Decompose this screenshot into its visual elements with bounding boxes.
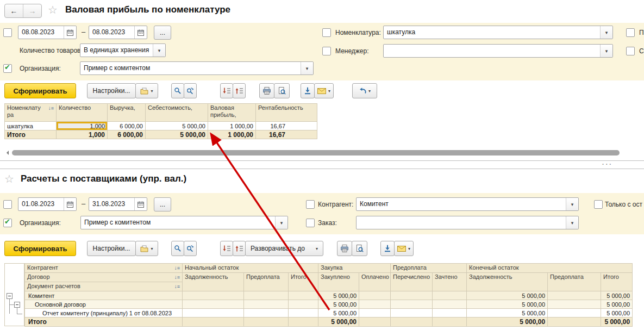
- column-header-quantity[interactable]: Количество: [57, 104, 108, 122]
- preview-button[interactable]: [274, 83, 290, 98]
- dropdown-arrow-icon[interactable]: [301, 62, 313, 74]
- period-to-field[interactable]: 08.08.2023: [89, 26, 147, 39]
- period-checkbox[interactable]: [3, 200, 12, 209]
- group-header-purchase[interactable]: Закупка: [318, 264, 391, 273]
- cell-nomenclature[interactable]: шкатулка: [5, 122, 57, 130]
- column-header-debt-end[interactable]: Задолженность: [467, 273, 548, 291]
- cell-purchased[interactable]: 5 000,00: [318, 300, 359, 309]
- forward-button[interactable]: →: [23, 4, 41, 17]
- empty-cell[interactable]: [359, 318, 391, 327]
- column-header-prepayment-end[interactable]: Предоплата: [548, 273, 601, 291]
- cell-total-gross-profit[interactable]: 1 000,00: [208, 130, 256, 139]
- cell-profitability[interactable]: 16,67: [256, 122, 317, 130]
- organization-checkbox[interactable]: [3, 64, 12, 73]
- save-button[interactable]: [301, 83, 315, 98]
- organization-checkbox[interactable]: [3, 219, 12, 227]
- empty-cell[interactable]: [183, 318, 244, 327]
- empty-cell[interactable]: [391, 300, 433, 309]
- generate-report-button[interactable]: Сформировать: [4, 241, 76, 256]
- settings-button[interactable]: Настройки...: [87, 241, 136, 256]
- cell-name[interactable]: Комитент: [25, 291, 183, 300]
- empty-cell[interactable]: [244, 309, 289, 318]
- calendar-icon[interactable]: [64, 198, 76, 210]
- sort-descending-icon[interactable]: ↓≡: [174, 283, 180, 290]
- clipped-checkbox-1[interactable]: [626, 28, 635, 37]
- cell-end-debt[interactable]: 5 000,00: [467, 309, 548, 318]
- calendar-icon[interactable]: [64, 26, 76, 39]
- settings-button[interactable]: Настройки...: [87, 83, 136, 98]
- dropdown-arrow-icon[interactable]: [566, 216, 578, 229]
- report-variants-button[interactable]: ▾: [135, 241, 158, 256]
- cell-total-label[interactable]: Итого: [25, 318, 183, 327]
- cell-total-purchased[interactable]: 5 000,00: [318, 318, 359, 327]
- empty-cell[interactable]: [359, 291, 391, 300]
- cell-revenue[interactable]: 6 000,00: [108, 122, 146, 130]
- collapse-groups-button[interactable]: [220, 241, 233, 256]
- empty-cell[interactable]: [391, 291, 433, 300]
- column-header-cost[interactable]: Себестоимость,: [146, 104, 208, 122]
- column-header-total[interactable]: Итого: [289, 273, 318, 291]
- group-header-prepayment[interactable]: Предоплата: [391, 264, 467, 273]
- cell-name[interactable]: Основной договор: [25, 300, 183, 309]
- favorite-star-icon[interactable]: ☆: [48, 4, 58, 15]
- search-next-button[interactable]: [184, 241, 197, 256]
- empty-cell[interactable]: [359, 300, 391, 309]
- cell-total-cost[interactable]: 5 000,00: [146, 130, 208, 139]
- nomenclature-checkbox[interactable]: [322, 28, 331, 37]
- group-header-closing-balance[interactable]: Конечный остаток: [467, 264, 633, 273]
- search-button[interactable]: [171, 83, 184, 98]
- collapse-groups-button[interactable]: [220, 83, 233, 98]
- back-button[interactable]: ←: [5, 4, 23, 17]
- expand-groups-button[interactable]: [233, 241, 246, 256]
- empty-cell[interactable]: [183, 291, 244, 300]
- cell-end-total[interactable]: 5 000,00: [601, 291, 633, 300]
- column-header-paid[interactable]: Оплачено: [359, 273, 391, 291]
- report-variants-button[interactable]: ▾: [135, 83, 158, 98]
- cell-total-revenue[interactable]: 6 000,00: [108, 130, 146, 139]
- manager-field[interactable]: [383, 44, 613, 58]
- cell-total-label[interactable]: Итого: [5, 130, 57, 139]
- empty-cell[interactable]: [433, 309, 467, 318]
- column-header-transferred[interactable]: Перечислено: [391, 273, 433, 291]
- period-checkbox[interactable]: [3, 28, 12, 37]
- dropdown-arrow-icon[interactable]: [566, 198, 578, 210]
- column-header-debt[interactable]: Задолженность: [183, 273, 244, 291]
- order-checkbox[interactable]: [306, 219, 315, 227]
- empty-cell[interactable]: [548, 291, 601, 300]
- selected-cell-quantity[interactable]: 1,000: [57, 122, 108, 130]
- cell-end-debt[interactable]: 5 000,00: [467, 291, 548, 300]
- send-email-button[interactable]: ▾: [314, 83, 334, 98]
- empty-cell[interactable]: [548, 318, 601, 327]
- cell-purchased[interactable]: 5 000,00: [318, 309, 359, 318]
- dropdown-arrow-icon[interactable]: [275, 216, 287, 229]
- cell-end-total[interactable]: 5 000,00: [601, 300, 633, 309]
- clipped-checkbox-2[interactable]: [626, 47, 635, 55]
- period-options-button[interactable]: ...: [154, 197, 171, 211]
- column-header-revenue[interactable]: Выручка,: [108, 104, 146, 122]
- cell-cost[interactable]: 5 000,00: [146, 122, 208, 130]
- print-button[interactable]: [259, 83, 274, 98]
- column-header-settlement-document[interactable]: Документ расчетов↓≡: [25, 282, 183, 291]
- cell-end-total[interactable]: 5 000,00: [601, 309, 633, 318]
- empty-cell[interactable]: [244, 318, 289, 327]
- change-variant-button[interactable]: ▾: [352, 83, 377, 98]
- cell-purchased[interactable]: 5 000,00: [318, 291, 359, 300]
- send-email-button[interactable]: ▾: [394, 241, 414, 256]
- order-field[interactable]: [356, 216, 579, 229]
- cell-name[interactable]: Отчет комитенту (принципалу) 1 от 08.08.…: [25, 309, 183, 318]
- empty-cell[interactable]: [359, 309, 391, 318]
- empty-cell[interactable]: [183, 309, 244, 318]
- search-button[interactable]: [171, 241, 184, 256]
- empty-cell[interactable]: [289, 318, 318, 327]
- contractor-checkbox[interactable]: [306, 200, 315, 209]
- column-header-offset[interactable]: Зачтено: [433, 273, 467, 291]
- nomenclature-field[interactable]: шкатулка: [383, 26, 613, 39]
- cell-total-end-debt[interactable]: 5 000,00: [467, 318, 548, 327]
- column-header-contractor[interactable]: Контрагент↓≡: [25, 264, 183, 273]
- search-next-button[interactable]: [184, 83, 197, 98]
- empty-cell[interactable]: [433, 318, 467, 327]
- favorite-star-icon[interactable]: ☆: [4, 173, 14, 184]
- cell-end-debt[interactable]: 5 000,00: [467, 300, 548, 309]
- dropdown-arrow-icon[interactable]: [600, 26, 612, 39]
- column-header-contract[interactable]: Договор↓≡: [25, 273, 183, 282]
